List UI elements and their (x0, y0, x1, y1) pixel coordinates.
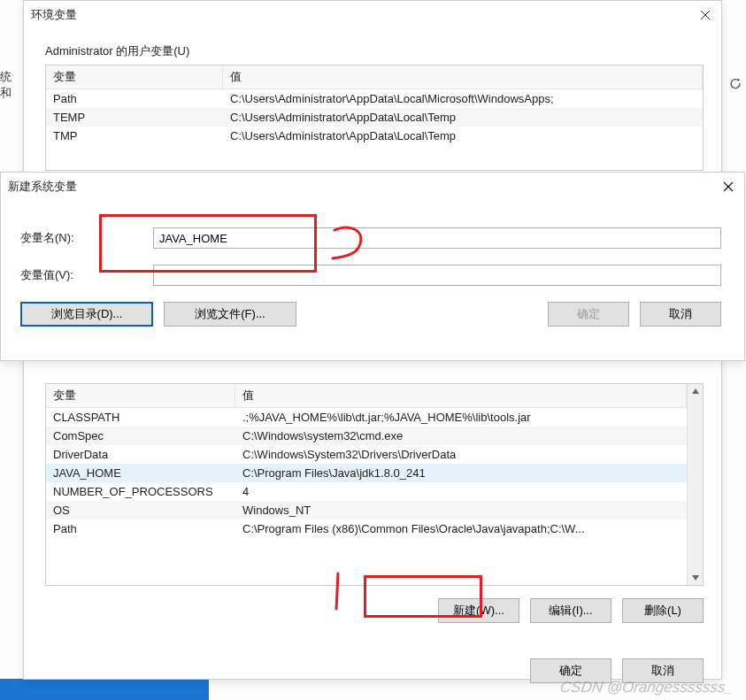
new-button[interactable]: 新建(W)... (438, 598, 519, 623)
var-value-cell: C:\Users\Administrator\AppData\Local\Mic… (223, 89, 703, 108)
scroll-down-icon[interactable] (688, 571, 703, 585)
var-name-cell: Path (46, 89, 223, 108)
edit-button[interactable]: 编辑(I)... (530, 598, 611, 623)
scroll-up-icon[interactable] (688, 384, 703, 398)
var-name-cell: TMP (46, 127, 223, 145)
var-name-cell: ComSpec (46, 427, 235, 445)
var-value-cell: C:\Users\Administrator\AppData\Local\Tem… (223, 108, 703, 127)
var-name-cell: OS (46, 501, 235, 519)
user-vars-label: Administrator 的用户变量(U) (45, 43, 704, 59)
var-name-cell: Path (46, 519, 235, 538)
var-name-cell: JAVA_HOME (46, 464, 235, 482)
refresh-icon (728, 76, 742, 93)
sys-col-variable[interactable]: 变量 (46, 384, 235, 407)
variable-name-input[interactable] (153, 227, 721, 249)
table-row[interactable]: TEMPC:\Users\Administrator\AppData\Local… (46, 108, 703, 127)
table-row[interactable]: PathC:\Program Files (x86)\Common Files\… (46, 519, 687, 538)
browse-file-button[interactable]: 浏览文件(F)... (164, 302, 296, 327)
variable-name-row: 变量名(N): (20, 227, 721, 249)
var-value-cell: Windows_NT (235, 501, 687, 519)
var-value-cell: C:\Program Files (x86)\Common Files\Orac… (235, 519, 687, 538)
edit-ok-button[interactable]: 确定 (548, 302, 629, 327)
edit-titlebar: 新建系统变量 (1, 173, 744, 201)
browse-directory-button[interactable]: 浏览目录(D)... (20, 302, 153, 327)
variable-value-label: 变量值(V): (20, 267, 153, 283)
user-col-value[interactable]: 值 (223, 65, 703, 88)
background-fragment-text: 统和 (0, 69, 18, 101)
var-value-cell: 4 (235, 482, 687, 501)
table-row[interactable]: NUMBER_OF_PROCESSORS4 (46, 482, 687, 501)
user-col-variable[interactable]: 变量 (46, 65, 223, 88)
table-row[interactable]: ComSpecC:\Windows\system32\cmd.exe (46, 427, 687, 445)
close-icon[interactable] (719, 178, 737, 196)
close-icon[interactable] (696, 6, 714, 24)
new-system-variable-dialog: 新建系统变量 变量名(N): 变量值(V): 浏览目录(D)... 浏览文件(F… (0, 172, 745, 361)
system-vars-table[interactable]: 变量 值 CLASSPATH.;%JAVA_HOME%\lib\dt.jar;%… (45, 383, 704, 586)
edit-window-title: 新建系统变量 (8, 179, 77, 195)
table-row[interactable]: DriverDataC:\Windows\System32\Drivers\Dr… (46, 445, 687, 464)
var-name-cell: TEMP (46, 108, 223, 127)
table-row[interactable]: TMPC:\Users\Administrator\AppData\Local\… (46, 127, 703, 145)
table-row[interactable]: JAVA_HOMEC:\Program Files\Java\jdk1.8.0_… (46, 464, 687, 482)
scrollbar[interactable] (687, 384, 703, 585)
table-row[interactable]: OSWindows_NT (46, 501, 687, 519)
var-value-cell: C:\Windows\System32\Drivers\DriverData (235, 445, 687, 464)
user-vars-table[interactable]: 变量 值 PathC:\Users\Administrator\AppData\… (45, 65, 704, 171)
delete-button[interactable]: 删除(L) (622, 598, 704, 623)
edit-cancel-button[interactable]: 取消 (640, 302, 721, 327)
var-value-cell: C:\Program Files\Java\jdk1.8.0_241 (235, 464, 687, 482)
sys-col-value[interactable]: 值 (235, 384, 687, 407)
env-window-title: 环境变量 (31, 7, 77, 23)
watermark-text: CSDN @Orangesssssss_ (559, 679, 735, 696)
var-value-cell: C:\Users\Administrator\AppData\Local\Tem… (223, 127, 703, 145)
edit-button-row: 浏览目录(D)... 浏览文件(F)... 确定 取消 (20, 302, 721, 327)
var-value-cell: .;%JAVA_HOME%\lib\dt.jar;%JAVA_HOME%\lib… (235, 408, 687, 427)
var-name-cell: NUMBER_OF_PROCESSORS (46, 482, 235, 501)
variable-value-row: 变量值(V): (20, 265, 721, 286)
env-titlebar: 环境变量 (24, 1, 721, 29)
var-name-cell: CLASSPATH (46, 408, 235, 427)
variable-name-label: 变量名(N): (20, 230, 153, 246)
variable-value-input[interactable] (153, 265, 721, 286)
table-row[interactable]: CLASSPATH.;%JAVA_HOME%\lib\dt.jar;%JAVA_… (46, 408, 687, 427)
var-value-cell: C:\Windows\system32\cmd.exe (235, 427, 687, 445)
var-name-cell: DriverData (46, 445, 235, 464)
system-vars-panel: 变量 值 CLASSPATH.;%JAVA_HOME%\lib\dt.jar;%… (45, 383, 704, 623)
table-row[interactable]: PathC:\Users\Administrator\AppData\Local… (46, 89, 703, 108)
sys-button-row: 新建(W)... 编辑(I)... 删除(L) (45, 598, 704, 623)
